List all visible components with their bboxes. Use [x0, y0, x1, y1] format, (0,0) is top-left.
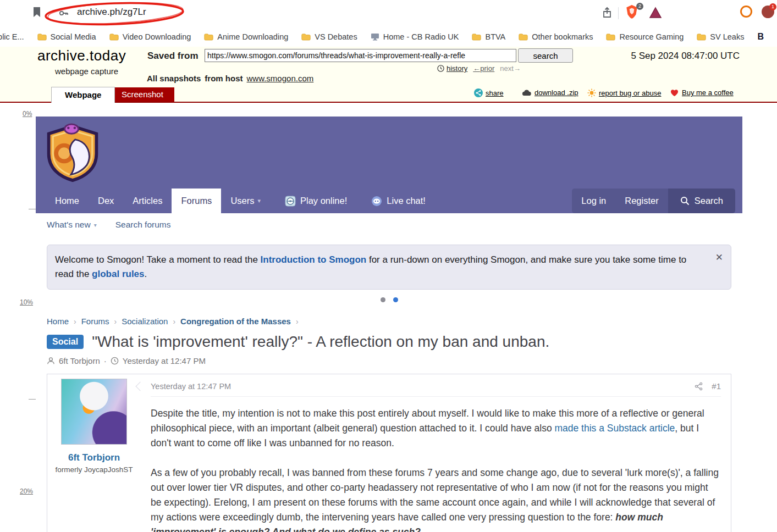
- buy-coffee-link[interactable]: Buy me a coffee: [670, 88, 734, 97]
- post-paragraph: As a few of you probably recall, I was b…: [151, 465, 721, 532]
- saved-url-input[interactable]: [205, 49, 516, 62]
- folder-icon: [606, 33, 615, 41]
- thread-author-link[interactable]: 6ft Torbjorn: [59, 356, 100, 365]
- archive-divider-line: [0, 102, 777, 103]
- bulb-icon: [587, 88, 596, 97]
- introduction-link[interactable]: Introduction to Smogon: [261, 254, 367, 265]
- search-forums-link[interactable]: Search forums: [115, 220, 171, 230]
- browser-toolbar: archive.ph/zg7Lr 2 1: [0, 0, 777, 26]
- bookmark-item[interactable]: Resource Gaming: [606, 32, 684, 41]
- report-bug-label: report bug or abuse: [599, 89, 661, 97]
- bookmark-item[interactable]: VS Debates: [301, 32, 357, 41]
- bookmark-label: VS Debates: [315, 32, 357, 41]
- carousel-dot-1[interactable]: [381, 297, 385, 302]
- live-chat-label: Live chat!: [387, 196, 426, 206]
- play-online-icon: [285, 196, 296, 207]
- archive-share-link[interactable]: share: [474, 88, 504, 97]
- breadcrumb-congregation[interactable]: Congregation of the Masses: [180, 317, 291, 326]
- thread-created-link[interactable]: Yesterday at 12:47 PM: [123, 356, 206, 365]
- notice-text: .: [145, 269, 147, 279]
- history-label: history: [447, 64, 467, 73]
- ruler-0-percent[interactable]: 0%: [23, 110, 32, 118]
- nav-dex[interactable]: Dex: [89, 189, 123, 213]
- archive-search-button[interactable]: search: [518, 48, 573, 63]
- nav-home[interactable]: Home: [46, 189, 89, 213]
- bookmark-label: Video Downloading: [123, 32, 191, 41]
- ruler-10-percent[interactable]: 10%: [20, 298, 33, 306]
- post-username-link[interactable]: 6ft Torbjorn: [47, 452, 141, 463]
- download-zip-link[interactable]: download .zip: [521, 88, 578, 97]
- history-link[interactable]: history: [437, 64, 467, 73]
- whats-new-link[interactable]: What's new ▾: [47, 220, 97, 230]
- nav-play-online[interactable]: Play online!: [275, 189, 356, 213]
- post-card: 6ft Torbjorn formerly JoycapJoshST Yeste…: [47, 374, 731, 532]
- bookmark-favicon-b: B: [757, 32, 764, 42]
- global-rules-link[interactable]: global rules: [92, 269, 144, 279]
- extension-icon[interactable]: [740, 5, 752, 18]
- bookmark-item[interactable]: Home - CB Radio UK: [371, 32, 459, 41]
- folder-icon: [472, 33, 481, 41]
- breadcrumb-forums[interactable]: Forums: [81, 317, 109, 326]
- bookmark-item[interactable]: BTVA: [472, 32, 505, 41]
- breadcrumb-socialization[interactable]: Socialization: [122, 317, 168, 326]
- substack-article-link[interactable]: made this a Substack article: [554, 423, 675, 434]
- bookmark-label: Anime Downloading: [217, 32, 288, 41]
- ruler-20-percent[interactable]: 20%: [20, 487, 33, 495]
- smogon-subnav: What's new ▾ Search forums: [36, 213, 742, 236]
- bookmark-item[interactable]: Other bookmarks: [519, 32, 593, 41]
- bookmark-label: BTVA: [485, 32, 505, 41]
- browser-window: archive.ph/zg7Lr 2 1 ublic E...: [0, 0, 777, 532]
- report-bug-link[interactable]: report bug or abuse: [587, 88, 661, 97]
- chevron-right-icon: ›: [296, 317, 299, 326]
- post-header: Yesterday at 12:47 PM #1: [151, 374, 721, 397]
- carousel-dot-2[interactable]: [393, 297, 398, 302]
- avatar[interactable]: [61, 379, 127, 445]
- saved-from-label: Saved from: [147, 51, 199, 62]
- smogon-logo[interactable]: [43, 122, 102, 184]
- folder-icon: [37, 33, 47, 41]
- prior-link[interactable]: ←prior: [473, 64, 494, 73]
- post-number-link[interactable]: #1: [712, 381, 721, 391]
- bookmark-item[interactable]: B: [757, 32, 764, 42]
- bookmark-item[interactable]: Video Downloading: [109, 32, 191, 41]
- dot-separator: ·: [104, 356, 107, 365]
- archive-logo[interactable]: archive.today: [37, 47, 126, 64]
- nav-articles[interactable]: Articles: [123, 189, 172, 213]
- tab-webpage[interactable]: Webpage: [51, 87, 115, 103]
- bookmark-item[interactable]: Anime Downloading: [204, 32, 288, 41]
- breadcrumb-home[interactable]: Home: [47, 317, 69, 326]
- nav-users[interactable]: Users ▾: [221, 189, 270, 213]
- whats-new-label: What's new: [47, 220, 91, 230]
- bookmark-flag-icon[interactable]: [32, 6, 42, 18]
- bookmark-item[interactable]: Social Media: [37, 32, 96, 41]
- bookmark-item[interactable]: ublic E...: [0, 32, 24, 41]
- tab-screenshot[interactable]: Screenshot: [111, 87, 174, 102]
- share-nodes-icon[interactable]: [695, 382, 703, 391]
- login-button[interactable]: Log in: [572, 189, 615, 213]
- folder-icon: [301, 33, 311, 41]
- profile-avatar[interactable]: 1: [762, 5, 774, 18]
- from-host-label: from host: [205, 74, 243, 83]
- all-snapshots-label: All snapshots: [147, 74, 201, 83]
- nav-live-chat[interactable]: Live chat!: [362, 189, 435, 213]
- site-key-icon[interactable]: [58, 8, 69, 19]
- chevron-down-icon: ▾: [94, 222, 97, 228]
- url-bar[interactable]: archive.ph/zg7Lr: [77, 7, 146, 18]
- bookmark-item[interactable]: SV Leaks: [697, 32, 744, 41]
- host-link[interactable]: www.smogon.com: [247, 74, 314, 83]
- smogon-search-label: Search: [695, 196, 723, 206]
- snapshot-timestamp: 5 Sep 2024 08:47:00 UTC: [631, 51, 740, 62]
- register-button[interactable]: Register: [615, 189, 668, 213]
- thread-prefix-badge[interactable]: Social: [47, 335, 84, 349]
- brave-shields-icon[interactable]: 2: [625, 4, 641, 21]
- nav-forums-active[interactable]: Forums: [172, 189, 221, 213]
- smogon-search-button[interactable]: Search: [668, 189, 735, 213]
- close-icon[interactable]: ✕: [715, 251, 723, 265]
- folder-icon: [204, 33, 213, 41]
- brave-rewards-icon[interactable]: [649, 7, 662, 19]
- smogon-navbar: Home Dex Articles Forums Users ▾ Play on…: [36, 189, 742, 213]
- smogon-page: Home Dex Articles Forums Users ▾ Play on…: [36, 117, 742, 532]
- post-timestamp-link[interactable]: Yesterday at 12:47 PM: [151, 382, 231, 391]
- play-online-label: Play online!: [300, 196, 347, 206]
- share-icon[interactable]: [601, 7, 613, 19]
